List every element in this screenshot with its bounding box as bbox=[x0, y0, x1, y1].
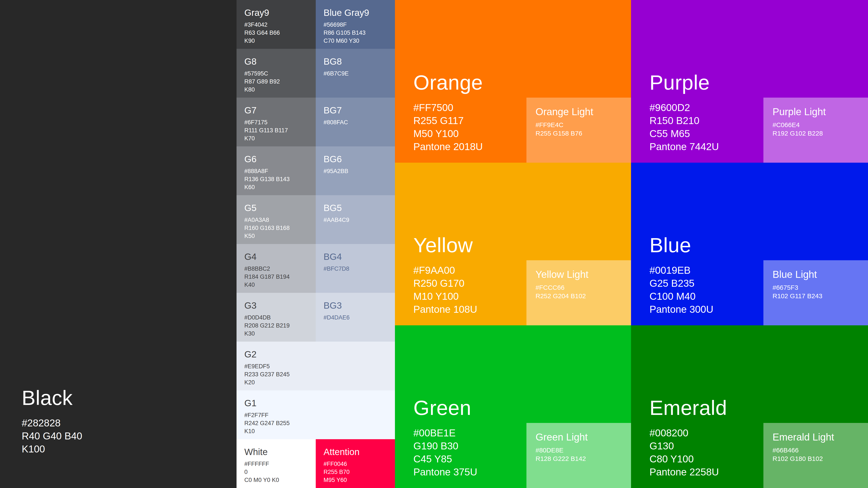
swatch-hex: #D4DAE6 bbox=[323, 314, 393, 322]
swatch-hex: #FF7500 bbox=[413, 101, 483, 114]
swatch-hex: #008200 bbox=[649, 426, 727, 440]
swatch-hex: #56698F bbox=[323, 21, 393, 29]
swatch-g4: G4 #B8BBC2 R184 G187 B194 K40 bbox=[237, 244, 316, 293]
swatch-title: G3 bbox=[244, 300, 314, 311]
swatch-hex: #808FAC bbox=[323, 119, 393, 126]
swatch-cmyk: C55 M65 bbox=[649, 127, 719, 140]
swatch-g5: G5 #A0A3A8 R160 G163 B168 K50 bbox=[237, 195, 316, 244]
swatch-hex: #6F7175 bbox=[244, 119, 314, 126]
color-column-warm: Orange #FF7500 R255 G117 M50 Y100 Panton… bbox=[395, 0, 631, 488]
swatch-rgb: R150 B210 bbox=[649, 114, 719, 127]
swatch-title: Yellow bbox=[413, 233, 477, 257]
swatch-rgb: R208 G212 B219 bbox=[244, 322, 314, 330]
swatch-emerald-text: Emerald #008200 G130 C80 Y100 Pantone 22… bbox=[649, 396, 727, 479]
swatch-rgb: R63 G64 B66 bbox=[244, 29, 314, 37]
swatch-title: G2 bbox=[244, 349, 393, 360]
swatch-g3: G3 #D0D4DB R208 G212 B219 K30 bbox=[237, 293, 316, 341]
swatch-hex: #FF0046 bbox=[323, 460, 393, 468]
swatch-green: Green #00BE1E G190 B30 C45 Y85 Pantone 3… bbox=[395, 325, 631, 488]
swatch-title: BG5 bbox=[323, 202, 393, 214]
swatch-cmyk: C45 Y85 bbox=[413, 452, 477, 465]
swatch-hex: #BFC7D8 bbox=[323, 265, 393, 273]
swatch-bg6: BG6 #95A2BB bbox=[316, 147, 395, 195]
swatch-cmyk: K50 bbox=[244, 232, 314, 240]
swatch-cmyk: C70 M60 Y30 bbox=[323, 37, 393, 45]
swatch-hex: #E9EDF5 bbox=[244, 362, 393, 370]
swatch-rgb: R40 G40 B40 bbox=[22, 429, 82, 443]
swatch-rgb: R102 G180 B102 bbox=[773, 454, 866, 463]
swatch-pantone: Pantone 300U bbox=[649, 303, 713, 316]
swatch-hex: #FFFFFF bbox=[244, 460, 314, 468]
swatch-cmyk: C100 M40 bbox=[649, 290, 713, 303]
swatch-hex: #57595C bbox=[244, 70, 314, 78]
swatch-g2: G2 #E9EDF5 R233 G237 B245 K20 bbox=[237, 341, 395, 390]
swatch-rgb: R192 G102 B228 bbox=[773, 129, 866, 137]
swatch-rgb: R102 G117 B243 bbox=[773, 292, 866, 300]
swatch-title: BG4 bbox=[323, 251, 393, 262]
swatch-cmyk: K70 bbox=[244, 134, 314, 142]
swatch-rgb: R160 G163 B168 bbox=[244, 224, 314, 232]
swatch-black-text: Black #282828 R40 G40 B40 K100 bbox=[22, 386, 82, 455]
swatch-title: G4 bbox=[244, 251, 314, 262]
swatch-title: BG6 bbox=[323, 154, 393, 165]
swatch-title: Attention bbox=[323, 447, 393, 457]
swatch-cmyk: K10 bbox=[244, 427, 393, 435]
swatch-hex: #95A2BB bbox=[323, 167, 393, 175]
swatch-pantone: Pantone 108U bbox=[413, 303, 477, 316]
swatch-blue: Blue #0019EB G25 B235 C100 M40 Pantone 3… bbox=[631, 163, 868, 325]
swatch-green-light: Green Light #80DE8E R128 G222 B142 bbox=[526, 423, 631, 488]
swatch-title: Emerald Light bbox=[773, 431, 866, 443]
swatch-g8: G8 #57595C R87 G89 B92 K80 bbox=[237, 49, 316, 98]
swatch-rgb: R111 G113 B117 bbox=[244, 126, 314, 134]
swatch-cmyk: M10 Y100 bbox=[413, 290, 477, 303]
swatch-blue-gray9: Blue Gray9 #56698F R86 G105 B143 C70 M60… bbox=[316, 0, 395, 49]
swatch-title: Purple Light bbox=[773, 106, 866, 118]
swatch-title: Orange bbox=[413, 71, 483, 94]
swatch-blue-text: Blue #0019EB G25 B235 C100 M40 Pantone 3… bbox=[649, 233, 713, 316]
swatch-g6: G6 #888A8F R136 G138 B143 K60 bbox=[237, 147, 316, 195]
swatch-bg8: BG8 #6B7C9E bbox=[316, 49, 395, 98]
swatch-rgb: R255 G158 B76 bbox=[535, 129, 629, 137]
swatch-orange-light: Orange Light #FF9E4C R255 G158 B76 bbox=[526, 98, 631, 163]
swatch-hex: #80DE8E bbox=[535, 446, 629, 454]
swatch-cmyk: K80 bbox=[244, 86, 314, 94]
swatch-rgb: R87 G89 B92 bbox=[244, 78, 314, 86]
swatch-g7: G7 #6F7175 R111 G113 B117 K70 bbox=[237, 98, 316, 147]
swatch-title: Blue Gray9 bbox=[323, 7, 393, 18]
swatch-cmyk: C80 Y100 bbox=[649, 452, 727, 465]
swatch-title: BG3 bbox=[323, 300, 393, 311]
swatch-black: Black #282828 R40 G40 B40 K100 bbox=[0, 0, 237, 488]
swatch-emerald: Emerald #008200 G130 C80 Y100 Pantone 22… bbox=[631, 325, 868, 488]
swatch-hex: #0019EB bbox=[649, 264, 713, 277]
swatch-title: Purple bbox=[649, 71, 719, 94]
swatch-purple-text: Purple #9600D2 R150 B210 C55 M65 Pantone… bbox=[649, 71, 719, 153]
swatch-blue-light: Blue Light #6675F3 R102 G117 B243 bbox=[764, 260, 868, 325]
swatch-rgb: R250 G170 bbox=[413, 277, 477, 290]
swatch-rgb: 0 bbox=[244, 468, 314, 476]
swatch-title: G7 bbox=[244, 105, 314, 116]
swatch-rgb: R242 G247 B255 bbox=[244, 419, 393, 427]
swatch-hex: #6B7C9E bbox=[323, 70, 393, 78]
swatch-orange: Orange #FF7500 R255 G117 M50 Y100 Panton… bbox=[395, 0, 631, 163]
swatch-title: BG8 bbox=[323, 56, 393, 67]
swatch-yellow-text: Yellow #F9AA00 R250 G170 M10 Y100 Panton… bbox=[413, 233, 477, 316]
swatch-title: White bbox=[244, 447, 314, 457]
swatch-rgb: R255 G117 bbox=[413, 114, 483, 127]
swatch-cmyk: K100 bbox=[22, 443, 82, 455]
swatch-cmyk: C0 M0 Y0 K0 bbox=[244, 476, 314, 484]
swatch-cmyk: K20 bbox=[244, 379, 393, 387]
swatch-hex: #F2F7FF bbox=[244, 411, 393, 419]
swatch-hex: #D0D4DB bbox=[244, 314, 314, 322]
swatch-hex: #FF9E4C bbox=[535, 121, 629, 129]
swatch-attention: Attention #FF0046 R255 B70 M95 Y60 bbox=[316, 439, 395, 488]
swatch-title: Green bbox=[413, 396, 477, 419]
swatch-title: Blue Light bbox=[773, 268, 866, 280]
swatch-cmyk: K30 bbox=[244, 330, 314, 338]
swatch-rgb: R184 G187 B194 bbox=[244, 273, 314, 281]
swatch-hex: #66B466 bbox=[773, 446, 866, 454]
swatch-rgb: R233 G237 B245 bbox=[244, 370, 393, 379]
swatch-pantone: Pantone 2018U bbox=[413, 140, 483, 153]
swatch-title: G1 bbox=[244, 398, 393, 409]
swatch-rgb: G190 B30 bbox=[413, 440, 477, 452]
swatch-pantone: Pantone 7442U bbox=[649, 140, 719, 153]
